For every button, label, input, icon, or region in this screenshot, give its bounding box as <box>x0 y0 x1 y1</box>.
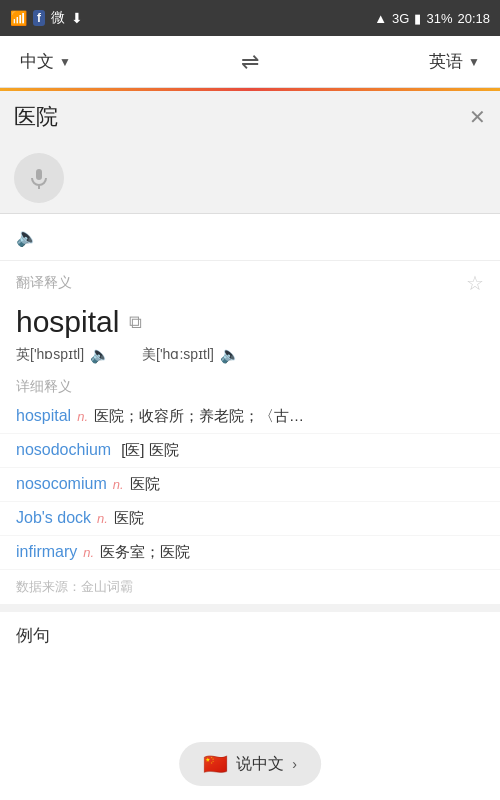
status-icons-left: 📶 f 微 ⬇ <box>10 9 83 27</box>
mic-area <box>0 143 500 214</box>
detail-label: 详细释义 <box>16 378 72 394</box>
search-input-area: 医院 <box>14 102 469 132</box>
copy-icon[interactable]: ⧉ <box>129 312 142 333</box>
network-label: 3G <box>392 11 409 26</box>
example-label: 例句 <box>16 624 50 647</box>
lang-to-selector[interactable]: 英语 ▼ <box>429 50 480 73</box>
main-word-row: hospital ⧉ <box>0 299 500 341</box>
download-icon: ⬇ <box>71 10 83 26</box>
def-word-1[interactable]: nosodochium <box>16 441 111 459</box>
battery-label: 31% <box>426 11 452 26</box>
speaker-row[interactable]: 🔈 <box>0 214 500 261</box>
lang-from-arrow: ▼ <box>59 55 71 69</box>
def-word-0[interactable]: hospital <box>16 407 71 425</box>
wifi-icon: ▲ <box>374 11 387 26</box>
def-pos-0: n. <box>77 409 88 424</box>
def-word-2[interactable]: nosocomium <box>16 475 107 493</box>
pron-en-label: 英['hɒspɪtl] <box>16 346 84 364</box>
battery-icon: ▮ <box>414 11 421 26</box>
search-bar[interactable]: 医院 ✕ <box>0 91 500 143</box>
translation-section-header: 翻译释义 ☆ <box>0 261 500 299</box>
time-label: 20:18 <box>457 11 490 26</box>
def-pos-2: n. <box>113 477 124 492</box>
status-info-right: ▲ 3G ▮ 31% 20:18 <box>374 11 490 26</box>
speak-chinese-label: 说中文 <box>236 754 284 775</box>
pron-us-label: 美['hɑ:spɪtl] <box>142 346 214 364</box>
pronunciation-row: 英['hɒspɪtl] 🔈 美['hɑ:spɪtl] 🔈 <box>0 341 500 368</box>
def-pos-4: n. <box>83 545 94 560</box>
data-source-label: 数据来源：金山词霸 <box>16 579 133 594</box>
pron-us-sound-icon[interactable]: 🔈 <box>220 345 240 364</box>
cn-flag-icon: 🇨🇳 <box>203 752 228 776</box>
definition-row-1: nosodochium [医] 医院 <box>0 434 500 468</box>
main-word: hospital <box>16 305 119 339</box>
lang-to-arrow: ▼ <box>468 55 480 69</box>
detail-header: 详细释义 <box>0 368 500 400</box>
speak-chinese-button[interactable]: 🇨🇳 说中文 › <box>179 742 321 786</box>
data-source: 数据来源：金山词霸 <box>0 570 500 604</box>
svg-rect-0 <box>36 169 42 180</box>
def-meaning-0: 医院；收容所；养老院；〈古… <box>94 407 484 426</box>
close-button[interactable]: ✕ <box>469 105 486 129</box>
swap-icon: ⇌ <box>241 49 259 74</box>
def-meaning-2: 医院 <box>130 475 484 494</box>
definition-row-2: nosocomium n. 医院 <box>0 468 500 502</box>
def-pos-3: n. <box>97 511 108 526</box>
swap-button[interactable]: ⇌ <box>241 49 259 75</box>
btn-arrow-icon: › <box>292 756 297 772</box>
lang-from-label: 中文 <box>20 50 54 73</box>
def-word-4[interactable]: infirmary <box>16 543 77 561</box>
speaker-icon: 🔈 <box>16 226 38 248</box>
weibo-icon: 微 <box>51 9 65 27</box>
def-word-3[interactable]: Job's dock <box>16 509 91 527</box>
def-meaning-4: 医务室；医院 <box>100 543 484 562</box>
signal-icon: 📶 <box>10 10 27 26</box>
translation-section-label: 翻译释义 <box>16 274 72 292</box>
lang-from-selector[interactable]: 中文 ▼ <box>20 50 71 73</box>
search-word: 医院 <box>14 102 58 132</box>
facebook-icon: f <box>33 10 45 26</box>
section-divider <box>0 604 500 612</box>
definition-row-0: hospital n. 医院；收容所；养老院；〈古… <box>0 400 500 434</box>
example-section: 例句 <box>0 612 500 659</box>
definition-row-3: Job's dock n. 医院 <box>0 502 500 536</box>
def-meaning-3: 医院 <box>114 509 484 528</box>
definitions-list: hospital n. 医院；收容所；养老院；〈古… nosodochium [… <box>0 400 500 570</box>
lang-to-label: 英语 <box>429 50 463 73</box>
definition-row-4: infirmary n. 医务室；医院 <box>0 536 500 570</box>
status-bar: 📶 f 微 ⬇ ▲ 3G ▮ 31% 20:18 <box>0 0 500 36</box>
top-nav: 中文 ▼ ⇌ 英语 ▼ <box>0 36 500 88</box>
mic-button[interactable] <box>14 153 64 203</box>
favorite-icon[interactable]: ☆ <box>466 271 484 295</box>
pron-en-sound-icon[interactable]: 🔈 <box>90 345 110 364</box>
def-meaning-1: [医] 医院 <box>121 441 484 460</box>
